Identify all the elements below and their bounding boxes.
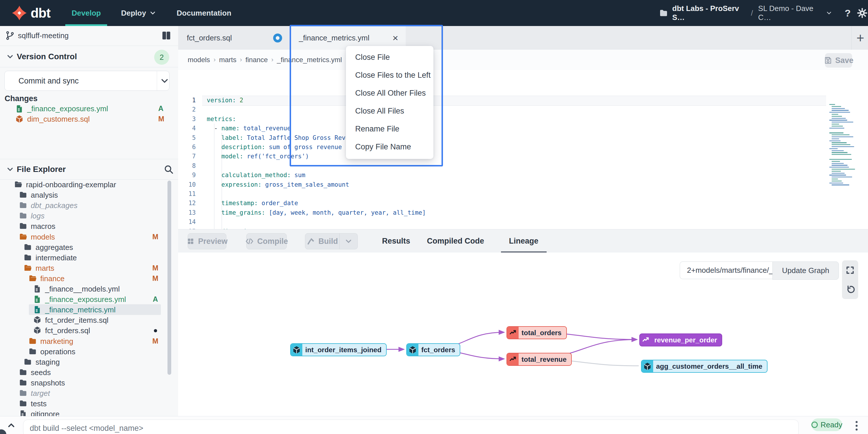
code-line[interactable]: 10 expression: gross_item_sales_amount [178, 180, 868, 190]
new-tab-button[interactable]: + [853, 26, 868, 50]
code-line[interactable]: 9 calculation_method: sum [178, 171, 868, 180]
tree-item-analysis[interactable]: analysis [0, 190, 178, 200]
tree-item-aggregates[interactable]: aggregates [0, 242, 178, 253]
code-line[interactable]: 15 dimensions: [178, 227, 868, 229]
dbt-logo[interactable]: dbt [11, 0, 51, 26]
tree-item--finance-exposures-yml[interactable]: _finance_exposures.ymlA [0, 294, 178, 305]
nav-develop[interactable]: Develop [65, 0, 107, 26]
code-line[interactable]: 2 [178, 105, 868, 114]
version-control-header[interactable]: Version Control 2 [0, 46, 178, 67]
crumb-marts[interactable]: marts [219, 56, 237, 64]
tree-item-rapid-onboarding-exemplar[interactable]: rapid-onboarding-exemplar [0, 179, 178, 190]
tab-compiled-code[interactable]: Compiled Code [427, 229, 484, 253]
lineage-node-int_order_items_joined[interactable]: int_order_items_joined [290, 343, 386, 356]
help-button[interactable]: ? [845, 7, 851, 19]
changed-file-row[interactable]: _finance_exposures.ymlA [0, 104, 178, 114]
lineage-node-total_revenue[interactable]: total_revenue [506, 353, 572, 366]
crumb-models[interactable]: models [188, 56, 210, 64]
code-line[interactable]: 8 [178, 161, 868, 171]
minimap-line [832, 110, 849, 111]
build-button[interactable]: Build [305, 233, 340, 249]
menu-item-close-file[interactable]: Close File [346, 48, 433, 66]
dbt-command-input[interactable] [23, 419, 799, 434]
lineage-node-revenue_per_order[interactable]: revenue_per_order [639, 334, 722, 346]
tree-item-target[interactable]: target [0, 388, 178, 399]
tree-item--finance-metrics-yml[interactable]: _finance_metrics.yml [0, 304, 178, 315]
tree-item-fct-order-items-sql[interactable]: fct_order_items.sql [0, 315, 178, 325]
build-options-button[interactable] [339, 233, 358, 249]
tab-lineage[interactable]: Lineage [501, 229, 547, 253]
code-line[interactable]: 1version: 2 [178, 96, 868, 105]
close-icon[interactable]: × [393, 33, 398, 43]
changed-file-row[interactable]: dim_customers.sqlM [0, 114, 178, 124]
tree-item-intermediate[interactable]: intermediate [0, 252, 178, 263]
fullscreen-icon[interactable] [845, 265, 855, 275]
menu-item-close-all-other-files[interactable]: Close All Other Files [346, 84, 433, 102]
chevron-down-icon[interactable] [159, 76, 170, 86]
docs-book-icon[interactable] [161, 30, 172, 41]
code-line[interactable]: 4 - name: total_revenue [178, 124, 868, 133]
tree-item-gitignore[interactable]: gitignore [0, 409, 178, 416]
file-tree-scrollbar[interactable] [167, 181, 171, 375]
tree-item-marts[interactable]: martsM [0, 263, 178, 273]
lineage-node-fct_orders[interactable]: fct_orders [406, 343, 460, 356]
tree-item-snapshots[interactable]: snapshots [0, 377, 178, 388]
tab-results[interactable]: Results [382, 229, 410, 253]
gear-icon[interactable] [857, 7, 868, 19]
tree-item-marketing[interactable]: marketingM [0, 336, 178, 346]
nav-documentation[interactable]: Documentation [170, 0, 238, 26]
crumb-file[interactable]: _finance_metrics.yml [277, 56, 342, 64]
chevron-right-icon: › [240, 56, 242, 64]
reset-view-icon[interactable] [845, 285, 855, 294]
folder-icon [19, 222, 27, 230]
code-line[interactable]: 6 description: sum of gross revenue [178, 142, 868, 152]
code-line[interactable]: 7 model: ref('fct_orders') [178, 152, 868, 161]
menu-item-rename-file[interactable]: Rename File [346, 120, 433, 138]
tree-item-models[interactable]: modelsM [0, 231, 178, 242]
menu-item-copy-file-name[interactable]: Copy File Name [346, 138, 433, 156]
tree-item-seeds[interactable]: seeds [0, 367, 178, 378]
code-token [207, 144, 221, 150]
tree-item--finance-models-yml[interactable]: _finance__models.yml [0, 284, 178, 294]
tab-label: _finance_metrics.yml [299, 33, 369, 42]
lineage-filter-input[interactable] [680, 261, 772, 279]
code-line[interactable]: 14 [178, 217, 868, 227]
tree-item-finance[interactable]: financeM [0, 273, 178, 284]
code-line[interactable]: 12 timestamp: order_date [178, 199, 868, 208]
chevron-down-icon[interactable] [826, 9, 833, 17]
compile-button[interactable]: Compile [246, 233, 287, 249]
code-line[interactable]: 5 label: Total Jaffle Shop Gross Revenue [178, 133, 868, 143]
preview-button[interactable]: Preview [188, 233, 226, 249]
search-icon[interactable] [163, 164, 174, 175]
tree-item-tests[interactable]: tests [0, 398, 178, 409]
menu-item-close-files-to-the-left[interactable]: Close Files to the Left [346, 66, 433, 84]
file-tree: rapid-onboarding-exemplaranalysisdbt_pac… [0, 179, 178, 416]
lineage-node-agg_customer_orders__all_time[interactable]: agg_customer_orders__all_time [641, 360, 768, 373]
lineage-filter: Update Graph [680, 261, 839, 279]
nav-deploy[interactable]: Deploy [115, 0, 163, 26]
tree-item-operations[interactable]: operations [0, 346, 178, 357]
tree-item-logs[interactable]: logs [0, 210, 178, 221]
project-switcher[interactable]: SL Demo - Dave C… [758, 4, 822, 22]
code-editor[interactable]: 1version: 223metrics:4 - name: total_rev… [178, 70, 868, 229]
update-graph-button[interactable]: Update Graph [772, 261, 839, 280]
lineage-node-total_orders[interactable]: total_orders [506, 326, 567, 339]
code-line[interactable]: 13 time_grains: [day, week, month, quart… [178, 208, 868, 218]
tree-item-staging[interactable]: staging [0, 356, 178, 367]
tab-fct-orders-sql[interactable]: fct_orders.sql [178, 26, 290, 50]
crumb-finance[interactable]: finance [245, 56, 268, 64]
commit-and-sync-button[interactable]: Commit and sync [4, 71, 169, 91]
git-branch-row[interactable]: sqlfluff-meeting [0, 26, 178, 46]
code-line[interactable]: 3metrics: [178, 114, 868, 124]
tree-item-dbt-packages[interactable]: dbt_packages [0, 200, 178, 211]
account-switcher[interactable]: dbt Labs - ProServ S… [672, 4, 746, 22]
code-line[interactable]: 11 [178, 189, 868, 199]
editor-minimap[interactable] [828, 103, 862, 198]
file-explorer-header[interactable]: File Explorer [0, 159, 178, 180]
tree-item-macros[interactable]: macros [0, 221, 178, 231]
save-button[interactable]: Save [825, 53, 852, 68]
tree-item-fct-orders-sql[interactable]: fct_orders.sql [0, 325, 178, 336]
menu-item-close-all-files[interactable]: Close All Files [346, 102, 433, 120]
chevron-up-icon[interactable] [6, 421, 16, 430]
kebab-menu[interactable] [854, 419, 859, 432]
